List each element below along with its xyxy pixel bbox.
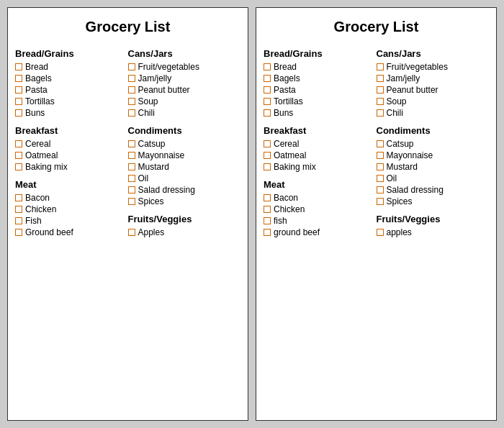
- list-item[interactable]: Mayonnaise: [128, 150, 238, 160]
- list-item[interactable]: Jam/jelly: [128, 73, 238, 83]
- list-item[interactable]: Bread: [264, 62, 374, 72]
- checkbox-icon[interactable]: [15, 152, 22, 159]
- checkbox-icon[interactable]: [15, 98, 22, 105]
- checkbox-icon[interactable]: [128, 63, 135, 70]
- checkbox-icon[interactable]: [15, 163, 22, 170]
- list-item[interactable]: Mayonnaise: [377, 150, 487, 160]
- checkbox-icon[interactable]: [128, 86, 135, 94]
- list-item[interactable]: Jam/jelly: [377, 73, 487, 83]
- checkbox-icon[interactable]: [377, 186, 384, 193]
- checkbox-icon[interactable]: [377, 229, 384, 236]
- checkbox-icon[interactable]: [15, 63, 22, 70]
- list-item[interactable]: Oatmeal: [15, 150, 125, 160]
- list-item[interactable]: Catsup: [377, 139, 487, 149]
- checkbox-icon[interactable]: [128, 198, 135, 205]
- checkbox-icon[interactable]: [15, 217, 22, 224]
- list-item[interactable]: Chicken: [264, 204, 374, 214]
- checkbox-icon[interactable]: [15, 206, 22, 213]
- checkbox-icon[interactable]: [377, 152, 384, 159]
- checkbox-icon[interactable]: [264, 229, 271, 236]
- checkbox-icon[interactable]: [128, 152, 135, 159]
- checkbox-icon[interactable]: [128, 98, 135, 105]
- list-item[interactable]: ground beef: [264, 227, 374, 237]
- list-item[interactable]: Bread: [15, 62, 125, 72]
- list-item[interactable]: Bagels: [15, 73, 125, 83]
- checkbox-icon[interactable]: [264, 206, 271, 213]
- checkbox-icon[interactable]: [15, 194, 22, 201]
- checkbox-icon[interactable]: [264, 86, 271, 94]
- list-item[interactable]: Mustard: [128, 162, 238, 172]
- checkbox-icon[interactable]: [128, 229, 135, 236]
- checkbox-icon[interactable]: [15, 229, 22, 236]
- list-item[interactable]: Apples: [128, 227, 238, 237]
- checkbox-icon[interactable]: [128, 186, 135, 193]
- checkbox-icon[interactable]: [377, 86, 384, 94]
- list-item[interactable]: Peanut butter: [377, 85, 487, 95]
- checkbox-icon[interactable]: [377, 140, 384, 147]
- list-item[interactable]: Bacon: [264, 193, 374, 203]
- list-item[interactable]: Chili: [377, 108, 487, 118]
- section-header-1-0-1: Breakfast: [264, 125, 374, 136]
- checkbox-icon[interactable]: [264, 109, 271, 117]
- checkbox-icon[interactable]: [377, 198, 384, 205]
- item-label: Mustard: [387, 162, 418, 172]
- list-item[interactable]: Buns: [264, 108, 374, 118]
- checkbox-icon[interactable]: [128, 175, 135, 182]
- list-item[interactable]: Soup: [128, 96, 238, 106]
- list-item[interactable]: Chili: [128, 108, 238, 118]
- checkbox-icon[interactable]: [377, 163, 384, 170]
- list-item[interactable]: Buns: [15, 108, 125, 118]
- list-item[interactable]: Catsup: [128, 139, 238, 149]
- list-item[interactable]: Chicken: [15, 204, 125, 214]
- list-item[interactable]: Oil: [377, 173, 487, 183]
- checkbox-icon[interactable]: [128, 163, 135, 170]
- checkbox-icon[interactable]: [15, 75, 22, 82]
- section-header-1-0-0: Bread/Grains: [264, 48, 374, 59]
- list-item[interactable]: fish: [264, 216, 374, 226]
- checkbox-icon[interactable]: [128, 75, 135, 82]
- list-item[interactable]: Spices: [377, 196, 487, 206]
- checkbox-icon[interactable]: [264, 140, 271, 147]
- list-item[interactable]: Spices: [128, 196, 238, 206]
- list-item[interactable]: Cereal: [15, 139, 125, 149]
- list-item[interactable]: Salad dressing: [128, 185, 238, 195]
- checkbox-icon[interactable]: [15, 86, 22, 94]
- checkbox-icon[interactable]: [15, 109, 22, 117]
- list-item[interactable]: Peanut butter: [128, 85, 238, 95]
- list-item[interactable]: Oil: [128, 173, 238, 183]
- checkbox-icon[interactable]: [264, 75, 271, 82]
- list-item[interactable]: Oatmeal: [264, 150, 374, 160]
- list-item[interactable]: Salad dressing: [377, 185, 487, 195]
- checkbox-icon[interactable]: [264, 194, 271, 201]
- list-item[interactable]: Fruit/vegetables: [377, 62, 487, 72]
- list-item[interactable]: Cereal: [264, 139, 374, 149]
- list-item[interactable]: Baking mix: [264, 162, 374, 172]
- list-item[interactable]: Pasta: [264, 85, 374, 95]
- list-item[interactable]: Ground beef: [15, 227, 125, 237]
- list-item[interactable]: Bacon: [15, 193, 125, 203]
- list-item[interactable]: Fruit/vegetables: [128, 62, 238, 72]
- list-item[interactable]: Baking mix: [15, 162, 125, 172]
- list-item[interactable]: Bagels: [264, 73, 374, 83]
- list-item[interactable]: Fish: [15, 216, 125, 226]
- checkbox-icon[interactable]: [377, 98, 384, 105]
- checkbox-icon[interactable]: [128, 109, 135, 117]
- checkbox-icon[interactable]: [264, 163, 271, 170]
- list-item[interactable]: Pasta: [15, 85, 125, 95]
- list-item[interactable]: Mustard: [377, 162, 487, 172]
- checkbox-icon[interactable]: [264, 98, 271, 105]
- checkbox-icon[interactable]: [377, 175, 384, 182]
- checkbox-icon[interactable]: [15, 140, 22, 147]
- checkbox-icon[interactable]: [377, 109, 384, 117]
- checkbox-icon[interactable]: [377, 75, 384, 82]
- checkbox-icon[interactable]: [264, 217, 271, 224]
- list-item[interactable]: Soup: [377, 96, 487, 106]
- checkbox-icon[interactable]: [377, 63, 384, 70]
- list-item[interactable]: Tortillas: [15, 96, 125, 106]
- item-label: Bread: [25, 62, 48, 72]
- checkbox-icon[interactable]: [264, 152, 271, 159]
- list-item[interactable]: Tortillas: [264, 96, 374, 106]
- checkbox-icon[interactable]: [264, 63, 271, 70]
- checkbox-icon[interactable]: [128, 140, 135, 147]
- list-item[interactable]: apples: [377, 227, 487, 237]
